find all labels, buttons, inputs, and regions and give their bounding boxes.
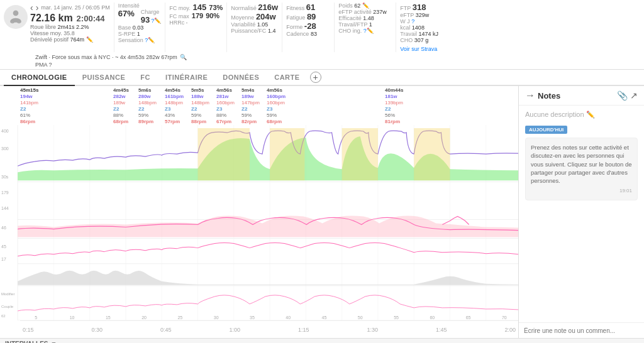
notes-panel: → Notes 📎 ↗ Aucune description ✏️ AUJOUR… — [518, 86, 644, 338]
message-time: 19:01 — [531, 187, 632, 194]
fc-moy-val: 145 — [193, 3, 207, 12]
svg-text:Couple: Couple — [1, 305, 14, 308]
duration-value: 2:00:44 — [77, 14, 105, 23]
svg-text:25: 25 — [177, 315, 182, 320]
interval-4: 4m54s 161bpm 148bpm Z3 43% 57rpm 44Nm — [165, 87, 184, 125]
header: ‹ › mar. 14 janv. 25 / 06:05 PM 72.16 km… — [0, 0, 644, 70]
tab-chronologie[interactable]: CHRONOLOGIE — [4, 70, 75, 86]
time-1-30: 1:30 — [367, 327, 378, 333]
svg-text:17: 17 — [1, 257, 6, 261]
svg-text:300: 300 — [1, 146, 9, 151]
prev-arrow[interactable]: ‹ — [30, 3, 33, 13]
tab-donnees[interactable]: DONNÉES — [215, 70, 267, 86]
time-1-00: 1:00 — [229, 327, 240, 333]
top-stats-row: ‹ › mar. 14 janv. 25 / 06:05 PM 72.16 km… — [0, 0, 644, 53]
svg-text:144: 144 — [1, 206, 9, 210]
intensite-val: 67% — [118, 9, 135, 18]
notes-body: Aucune description ✏️ AUJOURD'HUI Prenez… — [519, 106, 644, 322]
distance-value: 72.16 km — [30, 13, 73, 24]
chevron-down-icon: ▼ — [51, 340, 57, 343]
interval-6: 4m56s 281w 160bpm Z3 88% 67rpm 22Nm — [216, 87, 235, 125]
zwift-line: Zwift · Force sous max à NYC · ~ 4x 4m53… — [0, 53, 644, 61]
notes-title: Notes — [538, 91, 614, 101]
rpe-label: ?✏️ — [151, 18, 161, 24]
share-icon[interactable]: ↗ — [630, 90, 638, 101]
svg-rect-33 — [342, 128, 378, 180]
svg-text:40: 40 — [286, 315, 291, 320]
charts-svg-area: 400 300 30s 179 144 46 45 17 — [0, 125, 518, 320]
svg-text:70: 70 — [502, 315, 507, 320]
avatar — [4, 5, 28, 29]
tab-carte[interactable]: CARTE — [267, 70, 307, 86]
svg-rect-34 — [414, 128, 450, 180]
pma-line: PMA ? — [0, 61, 644, 69]
svg-text:30s: 30s — [1, 175, 9, 179]
interval-3: 5m6s 280w 148bpm Z2 59% 89rpm 20Nm — [138, 87, 157, 125]
svg-text:45: 45 — [322, 315, 327, 320]
today-label: AUJOURD'HUI — [525, 126, 567, 134]
time-2-00: 2:00 — [504, 327, 516, 333]
charge-label: Charge — [141, 9, 161, 15]
svg-text:15: 15 — [106, 315, 111, 320]
attachment-icon[interactable]: 📎 — [617, 90, 628, 101]
svg-text:60: 60 — [430, 315, 435, 320]
wheel-libre: Roue libre 2m41s 2.2% — [30, 24, 110, 30]
svg-text:20: 20 — [142, 315, 147, 320]
arrow-right-icon[interactable]: → — [525, 90, 535, 101]
fc-max-val: 179 — [192, 12, 203, 19]
time-0-45: 0:45 — [160, 327, 172, 333]
interval-1: 45m15s 194w 141bpm Z2 61% 86rpm 22Nm — [20, 87, 108, 125]
next-arrow[interactable]: › — [36, 3, 39, 13]
svg-rect-31 — [198, 128, 250, 180]
time-1-15: 1:15 — [298, 327, 309, 333]
nav-tabs: CHRONOLOGIE PUISSANCE FC ITINÉRAIRE DONN… — [0, 70, 644, 86]
svg-rect-32 — [270, 128, 304, 180]
fc-max-pct: 90% — [206, 12, 219, 19]
tab-itineraire[interactable]: ITINÉRAIRE — [158, 70, 215, 86]
intensite-label: Intensité — [118, 3, 162, 9]
interval-5: 5m5s 188w 148bpm Z2 59% 88rpm 21Nm — [191, 87, 209, 125]
intervals-bar[interactable]: INTERVALLES ▼ — [0, 338, 644, 343]
svg-text:400: 400 — [1, 129, 9, 133]
notes-header: → Notes 📎 ↗ — [519, 86, 644, 106]
svg-text:46: 46 — [1, 226, 6, 230]
fc-moy-label: FC moy. — [169, 5, 190, 11]
svg-text:35: 35 — [250, 315, 255, 320]
timeline: 0:15 0:30 0:45 1:00 1:15 1:30 1:45 2:00 — [20, 320, 518, 338]
svg-text:45: 45 — [1, 244, 6, 249]
svg-text:55: 55 — [394, 315, 399, 320]
tab-fc[interactable]: FC — [133, 70, 158, 86]
intervals-label: INTERVALLES — [5, 340, 48, 343]
speed-val: Vitesse moy. 35.8 — [30, 30, 110, 36]
time-0-15: 0:15 — [23, 327, 34, 333]
svg-point-0 — [13, 11, 19, 16]
fc-moy-pct: 73% — [209, 4, 223, 11]
charge-val: 93 — [141, 15, 150, 24]
svg-text:179: 179 — [1, 190, 9, 195]
svg-text:62: 62 — [1, 314, 6, 318]
notes-message: Prenez des notes sur cette activité et d… — [525, 138, 638, 200]
interval-9: 40m44s 181w 139bpm Z2 56% 81rpm 22Nm — [385, 87, 403, 125]
svg-text:65: 65 — [466, 315, 471, 320]
main-content: 45m15s 194w 141bpm Z2 61% 86rpm 22Nm 4m4… — [0, 86, 644, 338]
interval-2: 4m45s 282w 189w Z2 88% 68rpm 44Nm — [113, 87, 129, 125]
interval-7: 5m4s 189w 147bpm Z2 59% 82rpm 22Nm — [242, 87, 260, 125]
no-description[interactable]: Aucune description ✏️ — [525, 111, 638, 119]
date-label: mar. 14 janv. 25 / 06:05 PM — [41, 4, 109, 11]
svg-text:Modifier: Modifier — [1, 292, 14, 296]
time-0-30: 0:30 — [91, 327, 103, 333]
tab-puissance[interactable]: PUISSANCE — [75, 70, 133, 86]
svg-text:10: 10 — [70, 315, 75, 320]
interval-8: 4m56s 160bpm 160bpm Z3 59% 68rpm 46Nm — [267, 87, 286, 125]
interval-annotations: 45m15s 194w 141bpm Z2 61% 86rpm 22Nm 4m4… — [20, 87, 518, 125]
svg-text:30: 30 — [214, 315, 219, 320]
svg-text:50: 50 — [358, 315, 363, 320]
strava-link[interactable]: Voir sur Strava — [400, 46, 437, 52]
denivele-val: Dénivelé positif 764m ✏️ — [30, 36, 110, 43]
add-tab-button[interactable]: + — [310, 72, 321, 83]
fc-max-label: FC max — [169, 13, 189, 19]
notes-input-area[interactable] — [519, 322, 644, 338]
notes-input[interactable] — [524, 327, 639, 334]
time-1-45: 1:45 — [436, 327, 447, 333]
svg-text:5: 5 — [35, 315, 37, 320]
